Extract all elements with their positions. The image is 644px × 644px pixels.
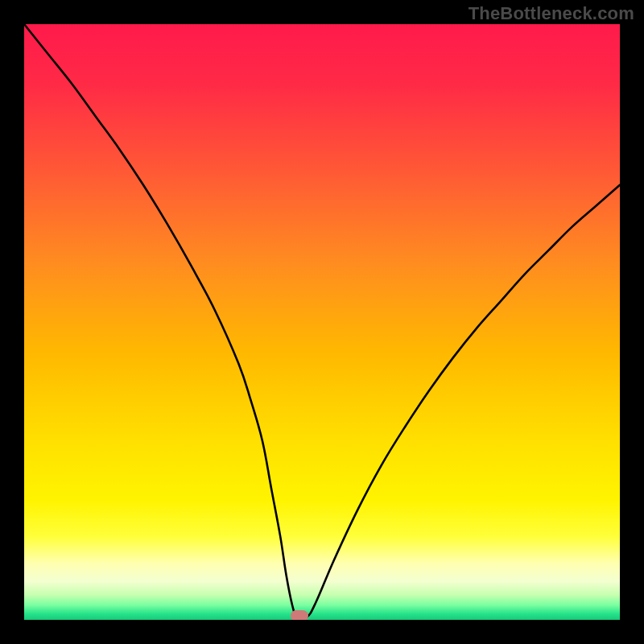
plot-svg [24, 24, 620, 620]
gradient-background [24, 24, 620, 620]
plot-area [24, 24, 620, 620]
watermark-text: TheBottleneck.com [469, 3, 634, 24]
optimum-marker [291, 610, 308, 620]
chart-frame: TheBottleneck.com [0, 0, 644, 644]
